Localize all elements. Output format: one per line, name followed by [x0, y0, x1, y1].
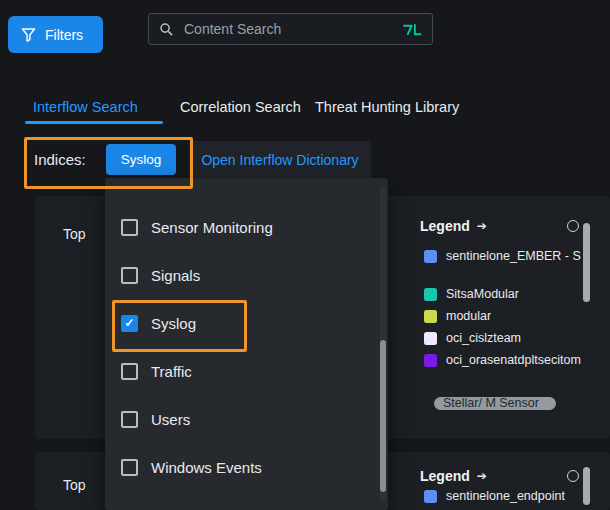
legend-item[interactable]: oci_orasenatdpltsecitom [424, 353, 581, 367]
top-label: Top [63, 477, 86, 493]
legend-swatch [424, 250, 437, 263]
legend-expand-icon[interactable]: ➔ [477, 220, 487, 232]
tab-interflow-search[interactable]: Interflow Search [33, 99, 138, 115]
checkbox-traffic[interactable] [121, 363, 138, 380]
legend-item[interactable]: oci_cislzteam [424, 331, 521, 345]
syslog-index-button[interactable]: Syslog [106, 144, 176, 175]
filter-icon [21, 27, 36, 42]
content-search-box [148, 13, 433, 45]
dropdown-item-label: Users [151, 411, 190, 428]
legend-label: oci_cislzteam [446, 331, 521, 345]
dropdown-item-sensor-monitoring[interactable]: Sensor Monitoring [105, 203, 388, 251]
check-icon: ✓ [124, 317, 134, 329]
legend-label: modular [446, 309, 491, 323]
checkbox-users[interactable] [121, 411, 138, 428]
dropdown-item-windows-events[interactable]: Windows Events [105, 443, 388, 491]
legend-swatch [424, 490, 437, 503]
dropdown-item-syslog[interactable]: ✓ Syslog [105, 299, 388, 347]
legend-circle-icon[interactable] [567, 470, 579, 482]
legend-label: sentinelone_endpoint [446, 489, 565, 503]
dropdown-item-signals[interactable]: Signals [105, 251, 388, 299]
legend-swatch [424, 354, 437, 367]
obscured-series-label: Stellar/ M Sensor [443, 396, 539, 410]
dropdown-scrollbar-thumb[interactable] [380, 340, 386, 492]
checkbox-windows-events[interactable] [121, 459, 138, 476]
app-root: Filters Interflow Search Correlation Sea… [0, 0, 610, 510]
filters-button[interactable]: Filters [8, 16, 103, 53]
legend-item[interactable]: sentinelone_EMBER - S [424, 249, 581, 263]
filters-button-label: Filters [45, 27, 83, 43]
legend-header: Legend ➔ [420, 218, 487, 234]
index-dropdown-menu: Sensor Monitoring Signals ✓ Syslog Traff… [105, 178, 388, 510]
legend-label: sentinelone_EMBER - S [446, 249, 581, 263]
legend-title: Legend [420, 218, 470, 234]
dropdown-item-label: Sensor Monitoring [151, 219, 273, 236]
dropdown-item-label: Windows Events [151, 459, 262, 476]
checkbox-syslog[interactable]: ✓ [121, 315, 138, 332]
top-label: Top [63, 226, 86, 242]
dropdown-item-traffic[interactable]: Traffic [105, 347, 388, 395]
legend-title: Legend [420, 468, 470, 484]
dictionary-tile: Open Interflow Dictionary [189, 141, 371, 178]
legend-header: Legend ➔ [420, 468, 487, 484]
active-tab-underline [25, 121, 163, 124]
vertical-scrollbar-thumb[interactable] [583, 223, 590, 302]
search-icon [159, 22, 174, 37]
search-input[interactable] [182, 20, 395, 38]
tab-threat-hunting-library[interactable]: Threat Hunting Library [315, 99, 459, 115]
legend-swatch [424, 288, 437, 301]
checkbox-sensor-monitoring[interactable] [121, 219, 138, 236]
legend-label: SitsaModular [446, 287, 519, 301]
legend-swatch [424, 310, 437, 323]
legend-item[interactable]: modular [424, 309, 491, 323]
legend-item[interactable]: sentinelone_endpoint [424, 489, 565, 503]
dropdown-item-label: Traffic [151, 363, 192, 380]
dropdown-item-label: Signals [151, 267, 200, 284]
vertical-scrollbar-thumb[interactable] [583, 467, 590, 505]
dropdown-item-users[interactable]: Users [105, 395, 388, 443]
legend-expand-icon[interactable]: ➔ [477, 470, 487, 482]
legend-swatch [424, 332, 437, 345]
legend-circle-icon[interactable] [567, 220, 579, 232]
indices-label: Indices: [34, 151, 86, 168]
checkbox-signals[interactable] [121, 267, 138, 284]
tab-correlation-search[interactable]: Correlation Search [180, 99, 301, 115]
legend-item[interactable]: SitsaModular [424, 287, 519, 301]
stellar-cyber-logo-icon[interactable] [403, 22, 422, 37]
dropdown-item-label: Syslog [151, 315, 196, 332]
open-interflow-dictionary-link[interactable]: Open Interflow Dictionary [201, 152, 358, 168]
legend-label: oci_orasenatdpltsecitom [446, 353, 581, 367]
